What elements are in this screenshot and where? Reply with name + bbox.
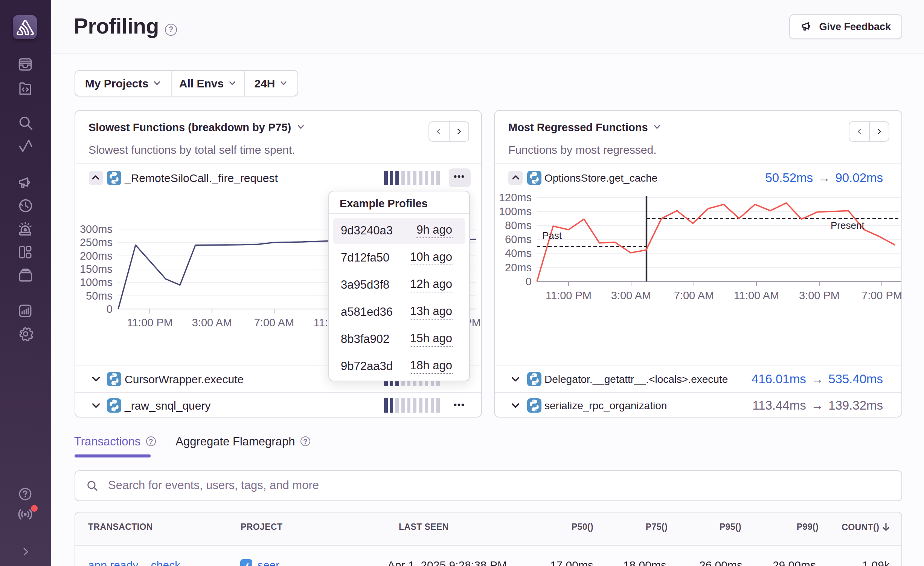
svg-text:7:00 PM: 7:00 PM (861, 289, 902, 301)
svg-text:3:00 AM: 3:00 AM (192, 316, 232, 328)
svg-text:120ms: 120ms (499, 192, 532, 203)
svg-text:300ms: 300ms (79, 223, 112, 235)
svg-text:60ms: 60ms (505, 233, 532, 245)
svg-text:0: 0 (526, 275, 532, 287)
svg-text:3:00 PM: 3:00 PM (799, 289, 840, 301)
svg-text:11:00 AM: 11:00 AM (734, 289, 779, 301)
svg-text:11:00 PM: 11:00 PM (546, 289, 592, 301)
svg-text:7:00 AM: 7:00 AM (254, 316, 294, 328)
svg-text:250ms: 250ms (79, 236, 112, 248)
svg-text:Past: Past (542, 229, 562, 241)
svg-text:20ms: 20ms (505, 261, 532, 273)
svg-text:80ms: 80ms (505, 219, 532, 231)
svg-text:3:00 AM: 3:00 AM (611, 289, 651, 301)
svg-text:100ms: 100ms (79, 276, 112, 288)
svg-text:0: 0 (106, 303, 112, 315)
svg-text:Present: Present (831, 219, 865, 231)
svg-text:100ms: 100ms (499, 205, 532, 217)
svg-text:7:00 AM: 7:00 AM (674, 289, 714, 301)
svg-text:40ms: 40ms (505, 247, 532, 259)
svg-text:200ms: 200ms (79, 249, 112, 262)
svg-text:150ms: 150ms (79, 263, 112, 275)
svg-text:50ms: 50ms (85, 289, 112, 301)
svg-text:11:00 PM: 11:00 PM (127, 316, 172, 328)
